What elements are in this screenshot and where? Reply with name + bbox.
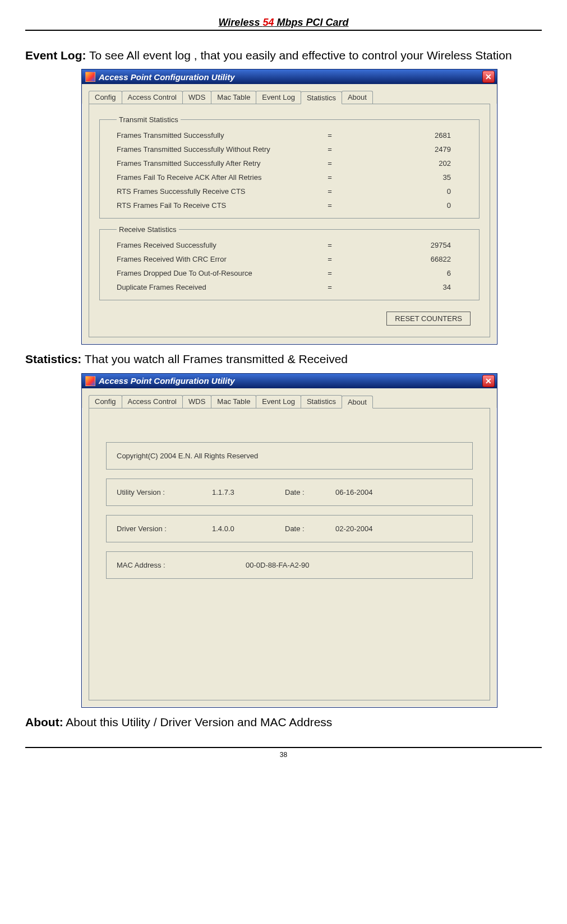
driver-date-label: Date :: [285, 524, 319, 533]
stat-label: RTS Frames Successfully Receive CTS: [117, 187, 319, 196]
tab-about[interactable]: About: [342, 91, 373, 104]
equals-icon: =: [319, 187, 341, 196]
tab-mac-table[interactable]: Mac Table: [211, 395, 256, 408]
stat-row: RTS Frames Fail To Receive CTS=0: [117, 198, 473, 212]
mac-address-label: MAC Address :: [117, 561, 229, 569]
driver-version-box: Driver Version : 1.4.0.0 Date : 02-20-20…: [106, 515, 473, 542]
header-pre: Wireless: [219, 17, 263, 28]
stat-label: Frames Dropped Due To Out-of-Resource: [117, 269, 319, 277]
stat-row: Frames Fail To Receive ACK After All Ret…: [117, 170, 473, 184]
stat-row: Duplicate Frames Received=34: [117, 280, 473, 294]
stat-label: Frames Received With CRC Error: [117, 255, 319, 263]
stat-value: 0: [341, 201, 473, 210]
divider-top: [25, 30, 542, 31]
equals-icon: =: [319, 201, 341, 210]
stat-label: Frames Received Successfully: [117, 241, 319, 249]
utility-version-value: 1.1.7.3: [212, 488, 268, 496]
tab-statistics[interactable]: Statistics: [301, 395, 342, 408]
divider-bottom: [25, 747, 542, 748]
driver-version-value: 1.4.0.0: [212, 524, 268, 533]
stat-value: 6: [341, 269, 473, 277]
statistics-window: Access Point Configuration Utility ✕ Con…: [81, 69, 497, 345]
tab-mac-table[interactable]: Mac Table: [211, 91, 256, 104]
utility-version-label: Utility Version :: [117, 488, 195, 496]
stat-value: 35: [341, 173, 473, 182]
event-log-text: To see All event log , that you easily a…: [86, 49, 512, 62]
mac-address-value: 00-0D-88-FA-A2-90: [246, 561, 462, 569]
tab-about[interactable]: About: [342, 396, 373, 408]
app-icon: [85, 376, 95, 386]
stat-row: RTS Frames Successfully Receive CTS=0: [117, 184, 473, 198]
about-tab-body: Copyright(C) 2004 E.N. All Rights Reserv…: [89, 408, 490, 700]
stat-label: Frames Transmitted Successfully Without …: [117, 145, 319, 154]
stat-row: Frames Received With CRC Error=66822: [117, 252, 473, 266]
receive-statistics: Receive Statistics Frames Received Succe…: [99, 225, 480, 300]
titlebar: Access Point Configuration Utility ✕: [82, 69, 497, 84]
receive-legend: Receive Statistics: [117, 225, 179, 234]
stat-label: Frames Transmitted Successfully After Re…: [117, 159, 319, 168]
driver-version-label: Driver Version :: [117, 524, 195, 533]
stat-value: 0: [341, 187, 473, 196]
stat-label: Frames Fail To Receive ACK After All Ret…: [117, 173, 319, 182]
equals-icon: =: [319, 173, 341, 182]
tab-wds[interactable]: WDS: [182, 91, 211, 104]
stat-row: Frames Transmitted Successfully Without …: [117, 142, 473, 156]
equals-icon: =: [319, 269, 341, 277]
stat-value: 2681: [341, 131, 473, 140]
close-icon[interactable]: ✕: [482, 71, 495, 83]
window-title: Access Point Configuration Utility: [99, 376, 235, 386]
tabstrip: Config Access Control WDS Mac Table Even…: [82, 388, 497, 408]
tab-config[interactable]: Config: [89, 91, 122, 104]
tabstrip: Config Access Control WDS Mac Table Even…: [82, 84, 497, 104]
driver-date-value: 02-20-2004: [335, 524, 462, 533]
statistics-paragraph: Statistics: That you watch all Frames tr…: [25, 351, 542, 367]
equals-icon: =: [319, 241, 341, 249]
app-icon: [85, 72, 95, 82]
tab-access-control[interactable]: Access Control: [122, 395, 183, 408]
stat-row: Frames Received Successfully=29754: [117, 238, 473, 252]
transmit-statistics: Transmit Statistics Frames Transmitted S…: [99, 115, 480, 219]
tab-config[interactable]: Config: [89, 395, 122, 408]
tab-access-control[interactable]: Access Control: [122, 91, 183, 104]
stat-label: Duplicate Frames Received: [117, 283, 319, 291]
tab-event-log[interactable]: Event Log: [256, 395, 301, 408]
copyright-text: Copyright(C) 2004 E.N. All Rights Reserv…: [117, 452, 258, 460]
header-post: Mbps PCI Card: [274, 17, 348, 28]
about-window: Access Point Configuration Utility ✕ Con…: [81, 373, 497, 708]
statistics-tab-body: Transmit Statistics Frames Transmitted S…: [89, 104, 490, 337]
titlebar: Access Point Configuration Utility ✕: [82, 374, 497, 388]
reset-counters-button[interactable]: RESET COUNTERS: [386, 312, 471, 326]
about-text: About this Utility / Driver Version and …: [63, 716, 333, 728]
copyright-box: Copyright(C) 2004 E.N. All Rights Reserv…: [106, 442, 473, 470]
tab-statistics[interactable]: Statistics: [301, 91, 342, 104]
equals-icon: =: [319, 145, 341, 154]
stat-value: 34: [341, 283, 473, 291]
transmit-legend: Transmit Statistics: [117, 115, 181, 124]
close-icon[interactable]: ✕: [482, 375, 495, 387]
utility-version-box: Utility Version : 1.1.7.3 Date : 06-16-2…: [106, 479, 473, 506]
tab-wds[interactable]: WDS: [182, 395, 211, 408]
page-number: 38: [25, 751, 542, 759]
stat-row: Frames Dropped Due To Out-of-Resource=6: [117, 266, 473, 280]
equals-icon: =: [319, 255, 341, 263]
equals-icon: =: [319, 159, 341, 168]
stat-label: RTS Frames Fail To Receive CTS: [117, 201, 319, 210]
stat-label: Frames Transmitted Successfully: [117, 131, 319, 140]
page-header: Wireless 54 Mbps PCI Card: [25, 17, 542, 29]
event-log-label: Event Log:: [25, 49, 86, 62]
about-paragraph: About: About this Utility / Driver Versi…: [25, 714, 542, 730]
mac-address-box: MAC Address : 00-0D-88-FA-A2-90: [106, 551, 473, 579]
equals-icon: =: [319, 131, 341, 140]
stat-value: 202: [341, 159, 473, 168]
equals-icon: =: [319, 283, 341, 291]
about-label: About:: [25, 716, 63, 728]
statistics-text: That you watch all Frames transmitted & …: [81, 352, 348, 365]
tab-event-log[interactable]: Event Log: [256, 91, 301, 104]
stat-value: 29754: [341, 241, 473, 249]
event-log-paragraph: Event Log: To see All event log , that y…: [25, 48, 542, 63]
utility-date-value: 06-16-2004: [335, 488, 462, 496]
stat-value: 66822: [341, 255, 473, 263]
utility-date-label: Date :: [285, 488, 319, 496]
stat-value: 2479: [341, 145, 473, 154]
reset-wrap: RESET COUNTERS: [97, 307, 482, 326]
